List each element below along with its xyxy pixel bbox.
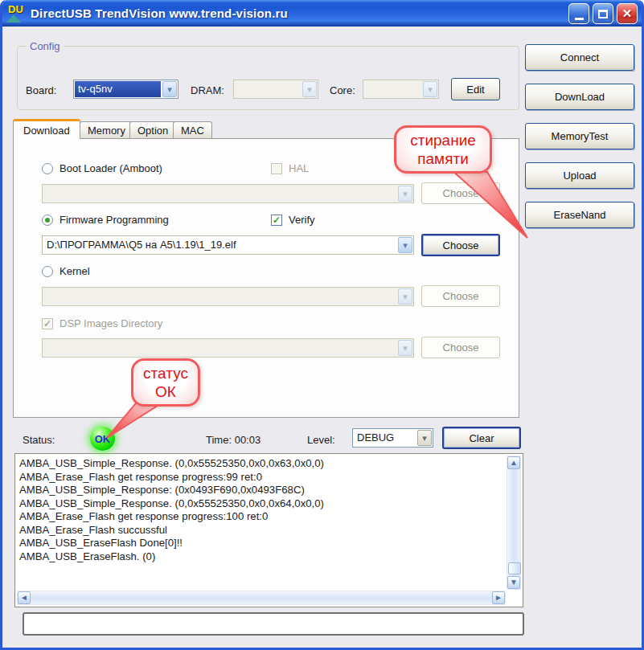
command-input[interactable] — [23, 612, 524, 636]
board-select[interactable]: tv-q5nv ▾ — [73, 80, 178, 99]
board-select-value: tv-q5nv — [75, 81, 161, 97]
firmware-path-value: D:\ПРОГРАММА\Q5 на A5\1.19\1_19.elf — [47, 236, 396, 254]
erase-callout-line1: стирание — [403, 131, 483, 149]
log-output: AMBA_USB_Simple_Response. (0,0x55525350,… — [14, 453, 523, 607]
level-select[interactable]: DEBUG ▾ — [352, 428, 433, 448]
verify-label: Verify — [289, 214, 315, 226]
firmware-path-select[interactable]: D:\ПРОГРАММА\Q5 на A5\1.19\1_19.elf ▾ — [42, 235, 414, 255]
clear-button[interactable]: Clear — [442, 427, 521, 449]
maximize-button[interactable] — [593, 3, 613, 24]
dsp-label: DSP Images Directory — [59, 317, 162, 329]
scroll-down-icon[interactable]: ▼ — [507, 576, 520, 589]
kernel-radio[interactable] — [42, 266, 53, 277]
log-line: AMBA_USB_Simple_Response: (0x0493F690,0x… — [19, 484, 503, 497]
config-group-label: Config — [27, 40, 64, 52]
time-label: Time: 00:03 — [206, 434, 260, 446]
boot-loader-path-value — [47, 185, 396, 202]
tab-mac[interactable]: MAC — [173, 121, 212, 139]
app-window: DU DirectUSB TrendVision www.trend-visio… — [0, 0, 644, 650]
dram-select-value — [238, 80, 300, 98]
log-line: AMBA_Erase_Flash get response progress:9… — [19, 471, 503, 484]
edit-button[interactable]: Edit — [451, 78, 500, 100]
erasenand-button[interactable]: EraseNand — [525, 202, 634, 228]
close-icon: ✕ — [622, 6, 633, 21]
dsp-choose-button[interactable]: Choose — [421, 337, 500, 358]
log-line: AMBA_USB_Simple_Response. (0,0x55525350,… — [19, 497, 503, 511]
window-controls: ✕ — [568, 3, 638, 24]
chevron-down-icon[interactable]: ▾ — [417, 430, 432, 446]
dram-select: ▾ — [233, 80, 318, 99]
dsp-path-value — [47, 339, 396, 357]
maximize-icon — [598, 10, 608, 18]
kernel-path-value — [47, 288, 396, 305]
log-line: AMBA_USB_EraseFlash Done[0]!! — [19, 537, 503, 550]
time-value: 00:03 — [235, 434, 261, 446]
dsp-checkbox: ✓ — [42, 318, 53, 329]
log-line: AMBA_USB_Simple_Response. (0,0x55525350,… — [19, 457, 503, 471]
erase-callout-line2: памяти — [403, 149, 483, 168]
hal-checkbox — [271, 163, 282, 174]
erase-callout-tail — [441, 166, 532, 243]
core-label: Core: — [330, 84, 355, 96]
board-label: Board: — [26, 84, 56, 96]
connect-button[interactable]: Connect — [525, 44, 634, 71]
tab-download[interactable]: Download — [13, 119, 80, 139]
vertical-scroll-thumb[interactable] — [508, 562, 521, 574]
boot-loader-label: Boot Loader (Amboot) — [59, 162, 162, 174]
level-label: Level: — [307, 434, 335, 446]
kernel-choose-button[interactable]: Choose — [421, 285, 500, 307]
status-callout-line1: статус — [140, 364, 191, 382]
chevron-down-icon[interactable]: ▾ — [398, 237, 412, 253]
minimize-icon — [575, 18, 584, 20]
app-icon: DU — [6, 4, 26, 23]
chevron-down-icon: ▾ — [398, 288, 412, 305]
minimize-button[interactable] — [568, 3, 589, 24]
app-icon-triangle — [6, 14, 21, 22]
tab-memory[interactable]: Memory — [80, 121, 133, 139]
app-icon-letters: DU — [8, 3, 23, 15]
kernel-label: Kernel — [59, 265, 90, 277]
level-select-value: DEBUG — [357, 429, 415, 447]
core-select: ▾ — [363, 80, 439, 99]
log-lines: AMBA_USB_Simple_Response. (0,0x55525350,… — [19, 457, 503, 587]
dsp-path-select: ▾ — [42, 338, 414, 358]
memorytest-button[interactable]: MemoryTest — [525, 123, 634, 149]
close-button[interactable]: ✕ — [617, 3, 638, 24]
erase-callout: стирание памяти — [394, 125, 492, 174]
hal-label: HAL — [289, 162, 309, 174]
boot-loader-radio[interactable] — [42, 163, 53, 174]
config-group: Config Board: tv-q5nv ▾ DRAM: ▾ Core: ▾ … — [17, 46, 519, 110]
verify-checkbox[interactable]: ✓ — [271, 215, 282, 226]
boot-loader-path-select: ▾ — [42, 184, 414, 203]
status-callout: статус ОК — [131, 358, 200, 407]
log-line: AMBA_Erase_Flash succussful — [19, 524, 503, 538]
chevron-down-icon: ▾ — [398, 340, 412, 356]
chevron-down-icon: ▾ — [398, 186, 412, 202]
firmware-radio[interactable] — [42, 215, 53, 226]
log-line: AMBA_Erase_Flash get response progress:1… — [19, 510, 503, 524]
status-label: Status: — [23, 434, 55, 446]
kernel-path-select: ▾ — [42, 287, 414, 306]
titlebar[interactable]: DU DirectUSB TrendVision www.trend-visio… — [0, 0, 644, 27]
dram-label: DRAM: — [191, 84, 224, 96]
window-title: DirectUSB TrendVision www.trend-vision.r… — [31, 6, 288, 20]
scroll-right-icon[interactable]: ► — [492, 591, 505, 604]
chevron-down-icon[interactable]: ▾ — [162, 81, 177, 97]
upload-button[interactable]: Upload — [525, 162, 634, 189]
log-line: AMBA_USB_EraseFlash. (0) — [19, 550, 503, 564]
tab-option[interactable]: Option — [129, 121, 176, 139]
download-button[interactable]: DownLoad — [525, 84, 634, 110]
horizontal-scrollbar[interactable]: ◄ ► — [17, 591, 506, 605]
core-select-value — [367, 80, 420, 98]
chevron-down-icon: ▾ — [302, 81, 317, 97]
chevron-down-icon: ▾ — [423, 81, 437, 97]
firmware-label: Firmware Programming — [59, 214, 169, 226]
vertical-scrollbar[interactable]: ▲ ▼ — [507, 456, 521, 590]
scroll-left-icon[interactable]: ◄ — [18, 591, 31, 604]
scroll-up-icon[interactable]: ▲ — [507, 456, 520, 469]
status-callout-line2: ОК — [140, 382, 191, 401]
